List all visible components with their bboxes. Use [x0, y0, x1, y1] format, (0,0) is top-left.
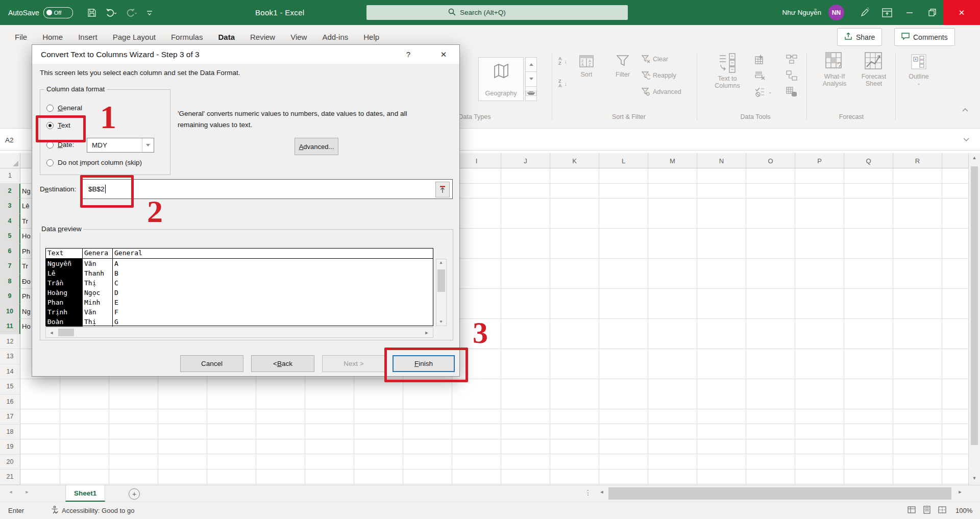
- preview-row[interactable]: Hoàng Ngọc D: [46, 288, 433, 298]
- column-header[interactable]: P: [795, 153, 844, 168]
- vertical-scrollbar[interactable]: ▲ ▼: [968, 153, 980, 485]
- row-header[interactable]: 11: [0, 319, 20, 334]
- text-to-columns-button[interactable]: Text to Columns: [707, 53, 748, 89]
- scroll-up-icon[interactable]: ▲: [969, 155, 980, 160]
- redo-icon[interactable]: [126, 8, 137, 17]
- outline-button[interactable]: Outline ⌄: [902, 53, 935, 86]
- user-name[interactable]: Như Nguyễn: [782, 9, 821, 16]
- row-header[interactable]: 15: [0, 379, 20, 394]
- scroll-down-icon[interactable]: ▼: [969, 476, 980, 481]
- accessibility-status[interactable]: Accessibility: Good to go: [51, 506, 134, 515]
- column-header[interactable]: R: [893, 153, 942, 168]
- data-model-icon[interactable]: [786, 86, 797, 97]
- share-button[interactable]: Share: [837, 28, 882, 46]
- preview-scroll-down-icon[interactable]: ▼: [436, 319, 446, 324]
- row-header[interactable]: 10: [0, 304, 20, 319]
- gallery-open-icon[interactable]: [525, 87, 537, 101]
- ribbon-tab[interactable]: File: [7, 25, 35, 48]
- row-header[interactable]: 8: [0, 274, 20, 289]
- reapply-filter-button[interactable]: Reapply: [641, 71, 676, 80]
- relationships-icon[interactable]: [786, 70, 797, 81]
- consolidate-icon[interactable]: [786, 54, 797, 65]
- comments-button[interactable]: Comments: [894, 28, 955, 46]
- avatar[interactable]: NN: [828, 5, 844, 20]
- filter-button[interactable]: Filter: [608, 54, 637, 78]
- data-preview-table[interactable]: Text Genera General Nguyễn Văn A Lê Than…: [45, 248, 433, 326]
- autosave-switch[interactable]: Off: [43, 7, 73, 18]
- column-header[interactable]: N: [697, 153, 746, 168]
- preview-col1-format[interactable]: Text: [46, 249, 82, 258]
- row-header[interactable]: 14: [0, 364, 20, 380]
- sheet-nav-right-icon[interactable]: ►: [22, 489, 32, 495]
- row-header[interactable]: 19: [0, 439, 20, 455]
- column-header[interactable]: K: [550, 153, 599, 168]
- advanced-button[interactable]: Advanced...: [295, 138, 338, 155]
- next-button[interactable]: Next >: [322, 355, 385, 372]
- row-header[interactable]: 21: [0, 469, 20, 485]
- new-sheet-button[interactable]: +: [129, 488, 140, 500]
- minimize-button[interactable]: [898, 0, 921, 25]
- row-header[interactable]: 2: [0, 184, 20, 199]
- row-header[interactable]: 7: [0, 259, 20, 274]
- search-box[interactable]: Search (Alt+Q): [366, 5, 628, 20]
- column-header[interactable]: O: [746, 153, 795, 168]
- row-header[interactable]: 1: [0, 168, 20, 184]
- sort-za-button[interactable]: ZA↓: [558, 79, 567, 88]
- formula-bar-expand-icon[interactable]: [963, 135, 970, 144]
- customize-qat-icon[interactable]: [146, 10, 153, 16]
- clear-filter-button[interactable]: Clear: [641, 55, 668, 64]
- preview-vertical-scrollbar[interactable]: ▲ ▼: [436, 259, 447, 326]
- restore-button[interactable]: [921, 0, 943, 25]
- preview-col2-format[interactable]: Genera: [82, 249, 112, 258]
- row-header[interactable]: 13: [0, 349, 20, 364]
- sort-az-button[interactable]: AZ↓: [558, 57, 567, 66]
- radio-skip[interactable]: Do not import column (skip): [46, 159, 142, 166]
- cancel-button[interactable]: Cancel: [180, 355, 243, 372]
- normal-view-icon[interactable]: [908, 506, 916, 515]
- geography-data-type[interactable]: Geography: [478, 57, 524, 101]
- undo-icon[interactable]: [106, 8, 117, 17]
- column-header[interactable]: M: [648, 153, 697, 168]
- preview-scroll-right-icon[interactable]: ►: [422, 330, 432, 335]
- preview-col3-format[interactable]: General: [112, 249, 433, 258]
- hscroll-left-icon[interactable]: ◄: [597, 489, 606, 495]
- page-layout-view-icon[interactable]: [923, 506, 931, 515]
- data-validation-icon[interactable]: ⌄: [754, 86, 772, 97]
- radio-general[interactable]: General: [46, 104, 82, 112]
- preview-scroll-up-icon[interactable]: ▲: [436, 260, 446, 265]
- preview-row[interactable]: Đoàn Thị G: [46, 317, 433, 327]
- sheet-nav-left-icon[interactable]: ◄: [6, 489, 15, 495]
- column-header[interactable]: J: [501, 153, 550, 168]
- preview-vscroll-thumb[interactable]: [437, 269, 445, 292]
- dialog-close-icon[interactable]: ✕: [433, 45, 454, 64]
- hscroll-right-icon[interactable]: ►: [955, 489, 965, 495]
- chevron-down-icon[interactable]: [142, 138, 154, 152]
- horizontal-scroll-thumb[interactable]: [608, 487, 951, 500]
- date-format-select[interactable]: MDY: [87, 138, 154, 153]
- page-break-view-icon[interactable]: [938, 506, 946, 515]
- radio-circle[interactable]: [46, 105, 54, 112]
- range-select-button[interactable]: [435, 182, 450, 197]
- remove-duplicates-icon[interactable]: [754, 70, 766, 81]
- forecast-sheet-button[interactable]: Forecast Sheet: [855, 52, 892, 87]
- collapse-ribbon-icon[interactable]: [962, 107, 969, 112]
- row-header[interactable]: 6: [0, 244, 20, 259]
- row-header[interactable]: 16: [0, 394, 20, 410]
- row-header[interactable]: 5: [0, 229, 20, 244]
- preview-row[interactable]: Trần Thị C: [46, 278, 433, 288]
- gallery-down-icon[interactable]: [525, 72, 537, 86]
- close-button[interactable]: ✕: [943, 0, 980, 25]
- row-header[interactable]: 17: [0, 409, 20, 425]
- column-header[interactable]: L: [599, 153, 648, 168]
- dialog-help-icon[interactable]: ?: [401, 45, 416, 64]
- preview-scroll-left-icon[interactable]: ◄: [46, 330, 57, 335]
- row-header[interactable]: 12: [0, 334, 20, 350]
- flash-fill-icon[interactable]: [754, 54, 766, 65]
- preview-horizontal-scrollbar[interactable]: ◄ ►: [45, 327, 433, 338]
- back-button[interactable]: < Back: [251, 355, 314, 372]
- preview-row[interactable]: Lê Thanh B: [46, 268, 433, 278]
- what-if-analysis-button[interactable]: ? What-If Analysis: [816, 52, 853, 87]
- destination-input[interactable]: $B$2: [81, 179, 453, 199]
- ribbon-display-icon[interactable]: [876, 0, 898, 25]
- dialog-title-bar[interactable]: Convert Text to Columns Wizard - Step 3 …: [32, 45, 459, 64]
